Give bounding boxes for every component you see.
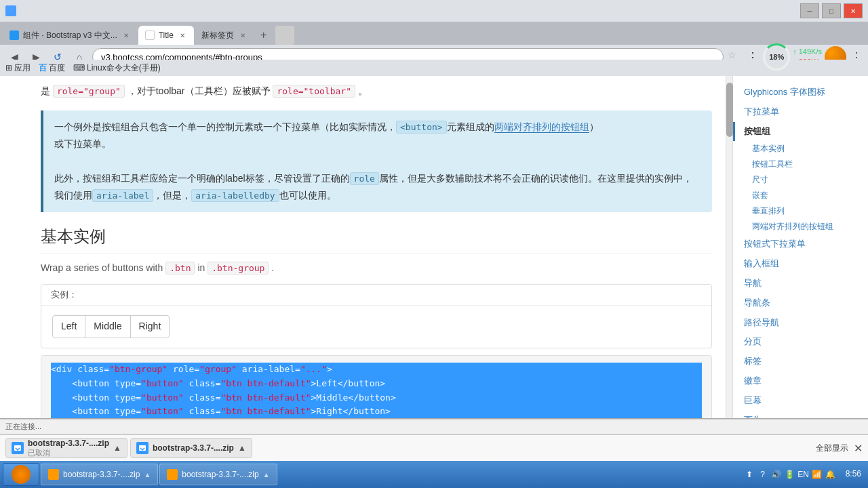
- show-all-btn[interactable]: 全部显示: [816, 443, 848, 454]
- download-filename-1: bootstrap-3.3.7-....zip: [28, 439, 109, 448]
- code-line4: <button type="button" class="btn btn-def…: [51, 405, 702, 418]
- tab-title-close[interactable]: ✕: [178, 30, 187, 40]
- basic-desc: Wrap a series of buttons with .btn in .b…: [41, 260, 712, 276]
- taskbar-arrow-2[interactable]: ▲: [263, 471, 270, 479]
- code-line2: <button type="button" class="btn btn-def…: [51, 377, 702, 391]
- sidebar-item-labels[interactable]: 标签: [733, 352, 868, 371]
- aria-labelledby-code: aria-labelledby: [191, 189, 279, 202]
- sidebar-sub-justified[interactable]: 两端对齐排列的按钮组: [733, 219, 868, 235]
- tab-bootstrap-label: 组件 · Bootstrap v3 中文...: [23, 30, 117, 41]
- tab-title[interactable]: Title ✕: [138, 26, 194, 45]
- sidebar-item-inputgroup[interactable]: 输入框组: [733, 254, 868, 274]
- tray-icon-1[interactable]: ⬆: [744, 469, 755, 480]
- sidebar-sub-vertical[interactable]: 垂直排列: [733, 203, 868, 219]
- download-bar: bootstrap-3.3.7-....zip 已取消 ▲ bootstrap-…: [0, 434, 868, 461]
- basic-example-title: 基本实例: [41, 226, 712, 253]
- tab-newtab-close[interactable]: ✕: [238, 30, 248, 40]
- example-content: Left Middle Right: [41, 306, 711, 348]
- intro-text1: 是: [41, 85, 53, 96]
- role-group-code: role="group": [53, 85, 125, 98]
- status-bar: 正在连接...: [0, 419, 868, 434]
- sidebar-item-jumbotron[interactable]: 巨幕: [733, 391, 868, 411]
- btn-left[interactable]: Left: [52, 315, 85, 338]
- sidebar-item-navbar[interactable]: 导航条: [733, 293, 868, 313]
- btn-middle[interactable]: Middle: [85, 315, 130, 338]
- btn-tag-code: <button>: [396, 121, 447, 134]
- close-btn[interactable]: ✕: [844, 3, 863, 18]
- sidebar-item-dropdown[interactable]: 下拉菜单: [733, 102, 868, 122]
- sidebar-sub-nesting[interactable]: 嵌套: [733, 188, 868, 203]
- minimize-btn[interactable]: ─: [800, 3, 819, 18]
- download-arrow-1[interactable]: ▲: [113, 443, 121, 453]
- maximize-btn[interactable]: □: [822, 3, 841, 18]
- status-left: 正在连接...: [5, 422, 41, 432]
- page-scrollbar[interactable]: [726, 76, 732, 418]
- aria-label-code: aria-label: [92, 189, 153, 202]
- taskbar-btn-1[interactable]: bootstrap-3.3.7-....zip ▲: [41, 464, 158, 485]
- tab-newtab[interactable]: 新标签页 ✕: [195, 26, 254, 45]
- download-arrow-2[interactable]: ▲: [238, 443, 246, 453]
- baidu-icon: 百: [39, 62, 47, 74]
- btn-group-demo: Left Middle Right: [52, 315, 170, 338]
- tray-icon-network[interactable]: 📶: [812, 469, 823, 480]
- taskbar-icon-1: [48, 469, 59, 480]
- sidebar-item-btndropdown[interactable]: 按钮式下拉菜单: [733, 235, 868, 254]
- sidebar-item-glyphicons[interactable]: Glyphicons 字体图标: [733, 83, 868, 102]
- page-content: 是 role="group" ，对于toolbar（工具栏）应被赋予 role=…: [0, 76, 726, 418]
- code-line4-highlighted: <button type="button" class="btn btn-def…: [51, 405, 702, 418]
- taskbar-arrow-1[interactable]: ▲: [144, 471, 151, 479]
- note-box: 一个例外是按钮组合只包含一个单一的控制元素或一个下拉菜单（比如实际情况，<but…: [41, 110, 712, 212]
- sidebar-sub-toolbar[interactable]: 按钮工具栏: [733, 157, 868, 172]
- download-right: 全部显示 ✕: [816, 442, 863, 455]
- window-controls: ─ □ ✕: [800, 3, 863, 18]
- tray-icon-4[interactable]: 🔋: [785, 469, 795, 480]
- sidebar-item-badges[interactable]: 徽章: [733, 371, 868, 391]
- linux-icon: ⌨: [73, 63, 85, 73]
- sidebar-item-nav[interactable]: 导航: [733, 274, 868, 293]
- sidebar-sub-basic[interactable]: 基本实例: [733, 141, 868, 157]
- sidebar-sub-size[interactable]: 尺寸: [733, 172, 868, 188]
- note-para1: 一个例外是按钮组合只包含一个单一的控制元素或一个下拉菜单（比如实际情况，<but…: [54, 119, 701, 136]
- btn-right[interactable]: Right: [130, 315, 170, 338]
- code-block: <div class="btn-group" role="group" aria…: [41, 355, 712, 418]
- download-item-2[interactable]: bootstrap-3.3.7-....zip ▲: [130, 438, 252, 458]
- tab-placeholder: [275, 26, 294, 45]
- start-button[interactable]: [3, 463, 39, 486]
- clock-time: 8:56: [846, 469, 861, 480]
- close-download-bar-btn[interactable]: ✕: [854, 442, 863, 455]
- system-tray: ⬆ ? 🔊 🔋 EN 📶 🔔: [740, 469, 840, 480]
- role-toolbar-code: role="toolbar": [273, 85, 355, 98]
- intro-text3: 。: [358, 85, 368, 96]
- download-icon-2: [136, 442, 149, 454]
- download-text-2: bootstrap-3.3.7-....zip: [153, 443, 234, 453]
- btn-class-code: .btn: [165, 262, 195, 274]
- bookmark-apps[interactable]: ⊞ 应用: [5, 62, 31, 74]
- tab-bootstrap-close[interactable]: ✕: [121, 30, 131, 40]
- sidebar-item-pageheader[interactable]: 页头: [733, 411, 868, 418]
- scrollbar-thumb[interactable]: [726, 83, 733, 137]
- new-tab-btn[interactable]: +: [255, 26, 272, 45]
- bookmark-linux[interactable]: ⌨ Linux命令大全(手册): [73, 62, 161, 74]
- tray-icon-2[interactable]: ?: [757, 469, 768, 480]
- clock[interactable]: 8:56: [842, 469, 865, 480]
- code-line1: <div class="btn-group" role="group" aria…: [51, 363, 702, 377]
- taskbar-label-1: bootstrap-3.3.7-....zip: [63, 470, 140, 479]
- tab-bootstrap[interactable]: 组件 · Bootstrap v3 中文... ✕: [3, 26, 138, 45]
- start-icon: [12, 465, 31, 484]
- taskbar-btn-2[interactable]: bootstrap-3.3.7-....zip ▲: [159, 464, 277, 485]
- sidebar-item-btngroup[interactable]: 按钮组: [733, 122, 868, 142]
- tray-icon-3[interactable]: 🔊: [771, 469, 782, 480]
- code-line1-highlighted: <div class="btn-group" role="group" aria…: [51, 363, 702, 377]
- taskbar-label-2: bootstrap-3.3.7-....zip: [182, 470, 258, 479]
- justified-link[interactable]: 两端对齐排列的按钮组: [494, 121, 589, 133]
- tab-newtab-label: 新标签页: [201, 30, 234, 41]
- download-sublabel-1: 已取消: [28, 448, 109, 458]
- sidebar-item-pagination[interactable]: 分页: [733, 332, 868, 352]
- download-icon-1: [12, 442, 24, 454]
- download-item-1[interactable]: bootstrap-3.3.7-....zip 已取消 ▲: [5, 438, 127, 458]
- code-line3-highlighted: <button type="button" class="btn btn-def…: [51, 391, 702, 405]
- tray-icon-volume[interactable]: 🔔: [825, 469, 836, 480]
- tray-icon-keyboard[interactable]: EN: [798, 469, 809, 480]
- sidebar-item-breadcrumb[interactable]: 路径导航: [733, 313, 868, 333]
- bookmark-baidu[interactable]: 百 百度: [39, 62, 65, 74]
